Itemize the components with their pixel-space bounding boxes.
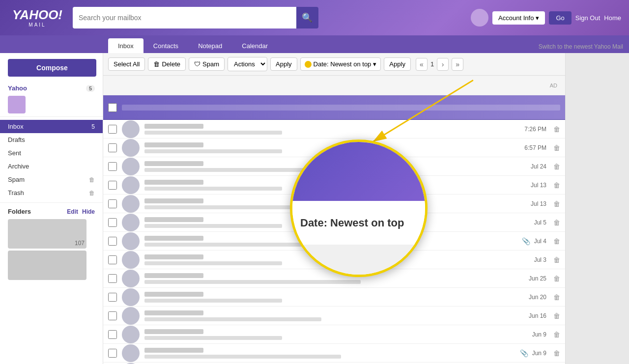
- email-checkbox-4[interactable]: [108, 199, 117, 208]
- email-delete-icon[interactable]: 🗑: [553, 144, 560, 152]
- folders-edit-link[interactable]: Edit: [67, 208, 78, 215]
- page-number: 1: [430, 60, 434, 68]
- email-date: Jun 9: [532, 331, 546, 338]
- email-delete-icon[interactable]: 🗑: [553, 349, 560, 357]
- email-subject: [144, 149, 282, 153]
- email-checkbox-7[interactable]: [108, 255, 117, 264]
- email-list: AD 7:26 PM 🗑: [103, 76, 565, 364]
- email-sender: [144, 254, 203, 259]
- email-delete-icon[interactable]: 🗑: [553, 219, 560, 226]
- email-sender: [144, 198, 203, 203]
- email-avatar: [122, 288, 140, 306]
- switch-to-new[interactable]: Switch to the newest Yahoo Mail: [533, 40, 629, 53]
- email-checkbox-3[interactable]: [108, 181, 117, 190]
- email-avatar: [122, 344, 140, 362]
- folders-hide-link[interactable]: Hide: [82, 208, 95, 215]
- email-row[interactable]: Jun 20 🗑: [103, 288, 565, 307]
- toolbar: Select All 🗑 Delete 🛡 Spam Actions Apply…: [103, 53, 565, 76]
- email-avatar: [122, 326, 140, 343]
- sort-magnify-overlay: Date: Newest on top: [290, 140, 428, 277]
- email-sender: [144, 329, 203, 334]
- tab-calendar[interactable]: Calendar: [232, 38, 278, 53]
- email-checkbox-9[interactable]: [108, 293, 117, 302]
- email-checkbox-promo[interactable]: [108, 103, 117, 112]
- sidebar-item-sent[interactable]: Sent: [0, 146, 103, 160]
- spam-delete-icon[interactable]: 🗑: [89, 176, 95, 183]
- email-delete-icon[interactable]: 🗑: [553, 331, 560, 338]
- email-checkbox-2[interactable]: [108, 162, 117, 171]
- email-date: Jul 3: [534, 256, 546, 263]
- email-checkbox-1[interactable]: [108, 143, 117, 152]
- email-row[interactable]: 📎 Jun 9 🗑: [103, 344, 565, 363]
- email-date: Jul 24: [531, 163, 546, 170]
- compose-button[interactable]: Compose: [8, 59, 96, 77]
- home-link[interactable]: Home: [604, 14, 621, 22]
- tab-inbox[interactable]: Inbox: [108, 38, 143, 53]
- email-checkbox-12[interactable]: [108, 349, 117, 358]
- email-delete-icon[interactable]: 🗑: [553, 237, 560, 245]
- select-all-button[interactable]: Select All: [108, 57, 145, 71]
- nav-tabs: Inbox Contacts Notepad Calendar Switch t…: [0, 35, 629, 53]
- email-delete-icon[interactable]: 🗑: [553, 181, 560, 189]
- actions-select[interactable]: Actions: [228, 57, 267, 71]
- attachment-icon: 📎: [520, 349, 528, 357]
- prev-prev-page-button[interactable]: «: [416, 58, 428, 71]
- email-avatar: [122, 251, 140, 269]
- tab-notepad[interactable]: Notepad: [188, 38, 232, 53]
- email-delete-icon[interactable]: 🗑: [553, 125, 560, 133]
- sidebar-item-trash[interactable]: Trash 🗑: [0, 186, 103, 199]
- account-info-button[interactable]: Account Info ▾: [492, 11, 545, 25]
- spam-button[interactable]: 🛡 Spam: [189, 57, 225, 71]
- email-checkbox-5[interactable]: [108, 218, 117, 227]
- email-row[interactable]: 7:26 PM 🗑: [103, 120, 565, 139]
- ad-column: [565, 53, 629, 364]
- divider-2: [0, 202, 103, 203]
- delete-button[interactable]: 🗑 Delete: [148, 57, 186, 71]
- email-subject: [144, 299, 282, 303]
- sidebar-item-inbox[interactable]: Inbox 5: [0, 120, 103, 133]
- email-subject: [144, 355, 341, 359]
- avatar: [471, 9, 488, 27]
- folder-count: 107: [75, 240, 85, 247]
- search-button[interactable]: 🔍: [296, 7, 318, 28]
- go-button[interactable]: Go: [549, 11, 571, 25]
- email-avatar: [122, 120, 140, 138]
- email-sender: [144, 292, 203, 297]
- email-delete-icon[interactable]: 🗑: [553, 256, 560, 264]
- tab-contacts[interactable]: Contacts: [143, 38, 188, 53]
- email-avatar: [122, 270, 140, 287]
- email-checkbox-8[interactable]: [108, 274, 117, 283]
- email-date: Jul 13: [531, 182, 546, 189]
- email-date: Jun 25: [529, 275, 546, 282]
- search-input[interactable]: [73, 7, 296, 28]
- signout-link[interactable]: Sign Out: [575, 14, 600, 22]
- email-row[interactable]: Jun 9 🗑: [103, 325, 565, 344]
- promo-row[interactable]: [103, 95, 565, 120]
- email-sender: [144, 124, 203, 129]
- next-next-page-button[interactable]: »: [452, 58, 463, 71]
- email-delete-icon[interactable]: 🗑: [553, 200, 560, 208]
- email-delete-icon[interactable]: 🗑: [553, 163, 560, 170]
- email-checkbox-10[interactable]: [108, 311, 117, 320]
- email-delete-icon[interactable]: 🗑: [553, 312, 560, 320]
- email-checkbox-0[interactable]: [108, 125, 117, 134]
- apply-button-2[interactable]: Apply: [384, 57, 411, 71]
- apply-button-1[interactable]: Apply: [270, 57, 297, 71]
- email-row[interactable]: Jun 16 🗑: [103, 307, 565, 325]
- sidebar-item-spam[interactable]: Spam 🗑: [0, 173, 103, 186]
- email-sender: [144, 348, 203, 353]
- folder-actions: Edit Hide: [67, 208, 95, 215]
- sidebar-item-drafts[interactable]: Drafts: [0, 133, 103, 146]
- folder-thumb-2: [8, 251, 86, 280]
- email-delete-icon[interactable]: 🗑: [553, 275, 560, 282]
- sidebar-item-archive[interactable]: Archive: [0, 160, 103, 173]
- header-right: Account Info ▾ Go Sign Out Home: [471, 9, 621, 27]
- next-page-button[interactable]: ›: [437, 58, 449, 71]
- delete-icon: 🗑: [153, 60, 160, 68]
- email-checkbox-11[interactable]: [108, 330, 117, 339]
- sort-dropdown[interactable]: Date: Newest on top ▾: [300, 57, 381, 71]
- email-delete-icon[interactable]: 🗑: [553, 293, 560, 301]
- trash-delete-icon[interactable]: 🗑: [89, 190, 95, 196]
- email-checkbox-6[interactable]: [108, 237, 117, 246]
- magnify-label: Date: Newest on top: [292, 201, 425, 245]
